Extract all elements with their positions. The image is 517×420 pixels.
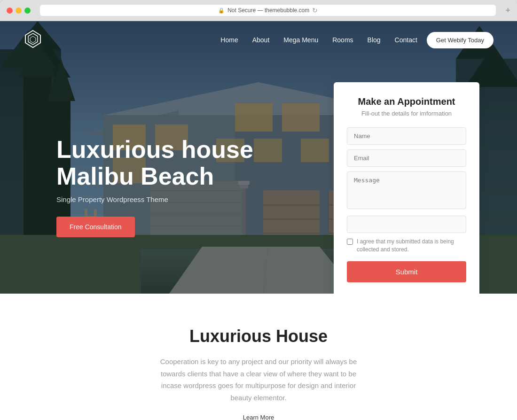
- nav-about[interactable]: About: [252, 36, 270, 44]
- refresh-icon[interactable]: ↻: [312, 7, 318, 14]
- checkbox-group: I agree that my submitted data is being …: [347, 238, 466, 254]
- nav-cta[interactable]: Get Webify Today: [427, 32, 494, 48]
- nav-home[interactable]: Home: [220, 36, 238, 44]
- free-consultation-button[interactable]: Free Consultation: [56, 217, 135, 237]
- agree-checkbox[interactable]: [347, 239, 353, 245]
- lock-icon: 🔒: [218, 8, 225, 14]
- name-field-group: [347, 127, 466, 145]
- logo-icon: [24, 30, 42, 48]
- window-controls: [7, 8, 31, 14]
- minimize-dot[interactable]: [16, 8, 22, 14]
- address-bar[interactable]: 🔒 Not Secure — themebubble.com ↻: [40, 5, 496, 16]
- lower-section: Luxurious House Cooperation is key to an…: [0, 294, 517, 420]
- name-input[interactable]: [347, 127, 466, 145]
- get-webify-button[interactable]: Get Webify Today: [427, 32, 494, 48]
- new-tab-button[interactable]: +: [505, 6, 510, 16]
- email-field-group: [347, 149, 466, 167]
- checkbox-label: I agree that my submitted data is being …: [357, 238, 466, 254]
- nav-rooms[interactable]: Rooms: [332, 36, 353, 44]
- website-content: Home About Mega Menu Rooms Blog Contact …: [0, 21, 517, 420]
- select-field-group: [347, 216, 466, 233]
- appointment-select[interactable]: [347, 216, 466, 233]
- learn-more-link[interactable]: Learn More: [243, 414, 274, 420]
- hero-title: Luxurious house Malibu Beach: [56, 136, 253, 190]
- appointment-form: Make an Appointment Fill-out the details…: [334, 82, 479, 294]
- lower-section-description: Cooperation is key to any project and ou…: [153, 356, 364, 404]
- nav-mega-menu[interactable]: Mega Menu: [283, 36, 318, 44]
- url-text: Not Secure — themebubble.com: [227, 7, 309, 14]
- svg-marker-55: [30, 36, 36, 43]
- form-subtitle: Fill-out the details for imformation: [347, 110, 466, 117]
- form-title: Make an Appointment: [347, 96, 466, 107]
- browser-window: 🔒 Not Secure — themebubble.com ↻ +: [0, 0, 517, 420]
- maximize-dot[interactable]: [24, 8, 31, 14]
- logo[interactable]: [24, 30, 42, 50]
- nav-blog[interactable]: Blog: [368, 36, 381, 44]
- browser-titlebar: 🔒 Not Secure — themebubble.com ↻ +: [0, 0, 517, 21]
- hero-section: Home About Mega Menu Rooms Blog Contact …: [0, 21, 517, 294]
- nav-links: Home About Mega Menu Rooms Blog Contact: [220, 36, 417, 44]
- navbar: Home About Mega Menu Rooms Blog Contact …: [0, 21, 517, 59]
- message-field-group: [347, 171, 466, 211]
- message-input[interactable]: [347, 171, 466, 209]
- hero-subtitle: Single Property Wordpreess Theme: [56, 195, 253, 203]
- hero-content: Luxurious house Malibu Beach Single Prop…: [56, 136, 253, 237]
- email-input[interactable]: [347, 149, 466, 167]
- lower-section-title: Luxurious House: [24, 327, 494, 346]
- nav-contact[interactable]: Contact: [395, 36, 417, 44]
- submit-button[interactable]: Submit: [347, 261, 466, 282]
- close-dot[interactable]: [7, 8, 13, 14]
